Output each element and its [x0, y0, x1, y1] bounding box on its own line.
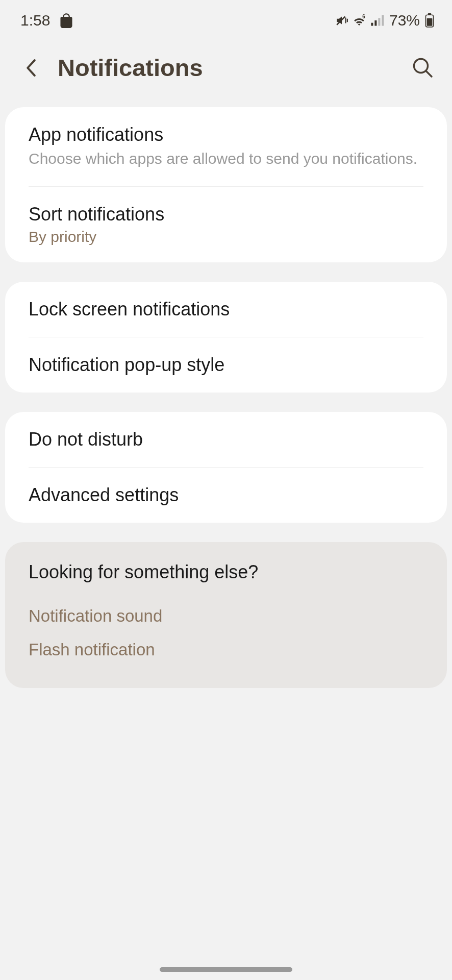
- signal-icon: [370, 14, 384, 27]
- looking-for-card: Looking for something else? Notification…: [5, 542, 447, 688]
- flash-notification-link[interactable]: Flash notification: [29, 633, 423, 667]
- status-time: 1:58: [20, 12, 50, 29]
- settings-group-3: Do not disturb Advanced settings: [5, 412, 447, 523]
- status-bar: 1:58 6: [0, 0, 452, 36]
- home-indicator[interactable]: [160, 967, 292, 972]
- row-title: Advanced settings: [29, 484, 423, 506]
- status-left: 1:58: [20, 12, 73, 29]
- battery-icon: [425, 13, 434, 28]
- status-right: 6 73%: [335, 12, 434, 29]
- status-icons: 6: [335, 14, 384, 27]
- row-title: App notifications: [29, 124, 423, 145]
- mute-vibrate-icon: [335, 14, 348, 27]
- svg-rect-4: [378, 18, 380, 26]
- svg-rect-2: [371, 23, 373, 26]
- svg-rect-5: [382, 15, 384, 26]
- battery-percent: 73%: [389, 12, 420, 29]
- row-title: Do not disturb: [29, 429, 423, 450]
- settings-group-2: Lock screen notifications Notification p…: [5, 282, 447, 393]
- svg-line-10: [426, 71, 432, 77]
- shopping-bag-icon: [59, 13, 73, 28]
- settings-group-1: App notifications Choose which apps are …: [5, 107, 447, 262]
- search-icon[interactable]: [412, 57, 434, 79]
- do-not-disturb-row[interactable]: Do not disturb: [5, 412, 447, 467]
- advanced-settings-row[interactable]: Advanced settings: [5, 468, 447, 523]
- notification-popup-style-row[interactable]: Notification pop-up style: [5, 337, 447, 393]
- back-icon[interactable]: [26, 57, 40, 79]
- lock-screen-notifications-row[interactable]: Lock screen notifications: [5, 282, 447, 337]
- page-title: Notifications: [58, 54, 394, 82]
- row-title: Notification pop-up style: [29, 354, 423, 376]
- row-desc: Choose which apps are allowed to send yo…: [29, 149, 423, 169]
- header: Notifications: [0, 36, 452, 107]
- row-title: Lock screen notifications: [29, 299, 423, 320]
- row-sub: By priority: [29, 228, 423, 246]
- svg-rect-3: [374, 20, 376, 26]
- wifi-icon: 6: [351, 14, 367, 27]
- svg-rect-8: [427, 18, 433, 26]
- looking-title: Looking for something else?: [29, 561, 423, 583]
- row-title: Sort notifications: [29, 204, 423, 225]
- notification-sound-link[interactable]: Notification sound: [29, 599, 423, 633]
- sort-notifications-row[interactable]: Sort notifications By priority: [5, 187, 447, 262]
- svg-text:6: 6: [362, 14, 365, 19]
- app-notifications-row[interactable]: App notifications Choose which apps are …: [5, 107, 447, 186]
